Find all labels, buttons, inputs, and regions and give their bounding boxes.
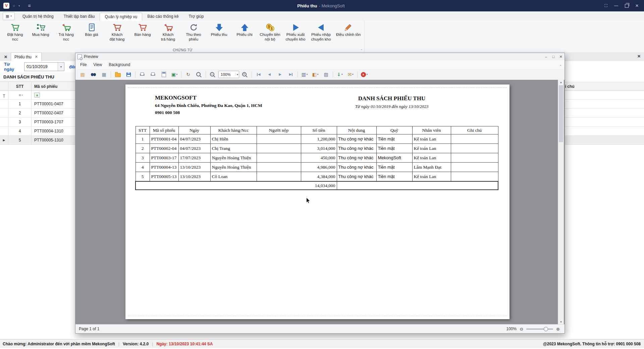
cart-icon <box>11 22 20 33</box>
next-page-icon[interactable]: ▶ <box>275 70 285 78</box>
preview-window: Preview – □ ✕ FileViewBackground⌄ ▤▦▣▾↻−… <box>75 53 565 334</box>
preview-menu-background[interactable]: Background <box>105 61 133 68</box>
app-logo-icon[interactable]: V <box>3 3 9 9</box>
app-menu-button[interactable]: ▦▾ <box>3 12 15 20</box>
status-separator: | <box>152 342 153 346</box>
tabstrip-close-icon[interactable]: ✕ <box>637 54 641 59</box>
watermark-icon[interactable]: ▨ <box>321 70 331 78</box>
scale-icon[interactable]: ▣▾ <box>169 70 179 78</box>
status-separator: | <box>118 342 119 346</box>
preview-menu-file[interactable]: File <box>77 61 90 68</box>
zoom-in-icon[interactable]: + <box>240 70 250 78</box>
ribbon-button-label: Trả hàng ncc <box>58 33 74 42</box>
ribbon-tab-5[interactable]: Trợ giúp <box>184 12 209 21</box>
thu-theo-phieu-button[interactable]: Thu theo phiếu <box>181 21 206 48</box>
scroll-down-icon[interactable]: ▼ <box>558 321 564 324</box>
calendar-dropdown-icon[interactable]: ▾ <box>58 63 64 71</box>
open-icon[interactable] <box>113 70 123 78</box>
chuyen-tien-noi-bo-button[interactable]: Chuyển tiền nội bộ <box>258 21 282 48</box>
quick-access-caret-icon[interactable]: ▾ <box>18 4 20 7</box>
filter-operator[interactable]: = <box>19 93 21 98</box>
from-date-input[interactable]: 01/10/2019 ▾ <box>24 62 64 71</box>
dat-hang-ncc-button[interactable]: Đặt hàng ncc <box>3 21 28 48</box>
ribbon-tab-1[interactable]: Quản trị hệ thống <box>17 12 59 21</box>
prev-page-icon[interactable]: ◀ <box>264 70 274 78</box>
ribbon-tab-3[interactable]: Quản lý nghiệp vụ <box>100 13 142 21</box>
quick-access-icon[interactable]: ○ <box>13 4 15 8</box>
phieu-thu-button[interactable]: Phiếu thu <box>207 21 231 48</box>
ribbon-button-label: Điều chỉnh tồn <box>336 33 361 37</box>
close-icon[interactable]: ✕ <box>635 4 639 8</box>
fullscreen-icon[interactable]: ⛶ <box>605 4 607 8</box>
report-col-header: Ngày <box>178 126 210 134</box>
titlebar: V ○ ▾ ≡ Phiếu thu- MekongSoft ⛶ — ✕ <box>0 0 644 11</box>
zoom-out-button[interactable]: ⊖ <box>520 327 523 331</box>
restore-icon[interactable] <box>625 4 629 8</box>
phieu-chi-button[interactable]: Phiếu chi <box>232 21 257 48</box>
scroll-up-icon[interactable]: ▲ <box>558 81 564 84</box>
preview-menu-view[interactable]: View <box>90 61 105 68</box>
zoom-out-icon[interactable]: − <box>208 70 218 78</box>
filter-funnel-icon <box>3 94 5 96</box>
ribbon-button-label: Khách đặt hàng <box>110 33 125 42</box>
page-indicator: Page 1 of 1 <box>75 327 99 331</box>
preview-maximize-icon[interactable]: □ <box>550 55 557 59</box>
scrollbar-thumb[interactable] <box>559 85 563 142</box>
zoom-in-button[interactable]: ⊕ <box>556 327 560 331</box>
hand-tool-icon[interactable]: ↻ <box>183 70 193 78</box>
page-setup-icon[interactable] <box>159 70 169 78</box>
tab-close-icon[interactable]: ✕ <box>35 55 38 59</box>
first-page-icon[interactable]: ◀ <box>254 70 264 78</box>
minimize-icon[interactable]: — <box>614 4 618 8</box>
zoom-combo[interactable]: 100%▾ <box>218 71 239 78</box>
row-indicator <box>0 109 8 117</box>
grid-col-stt[interactable]: STT <box>8 82 32 91</box>
menubar-chevron-icon[interactable]: ⌄ <box>559 63 562 66</box>
bao-gia-button[interactable]: Báo giá <box>79 21 104 48</box>
khach-tra-hang-button[interactable]: Khách trả hàng <box>156 21 180 48</box>
cart-icon <box>138 22 147 33</box>
ribbon-collapse-icon[interactable]: ⌄ <box>360 47 363 51</box>
dieu-chinh-ton-button[interactable]: Điều chỉnh tồn <box>334 21 363 48</box>
quick-print-icon[interactable] <box>148 70 158 78</box>
ribbon-tab-2[interactable]: Thiết lập ban đầu <box>59 12 100 21</box>
report-col-header: Khách hàng/Ncc <box>210 126 257 134</box>
toolbar-separator <box>252 71 252 77</box>
print-icon[interactable] <box>137 70 147 78</box>
search-icon[interactable] <box>88 70 98 78</box>
preview-close-icon[interactable]: ✕ <box>557 55 565 59</box>
preview-scrollbar[interactable]: ▲ ▼ <box>558 80 564 325</box>
khach-dat-hang-button[interactable]: Khách đặt hàng <box>105 21 129 48</box>
table-icon[interactable]: ▦ <box>99 70 109 78</box>
zoom-slider-thumb[interactable] <box>544 327 548 331</box>
report-title: DANH SÁCH PHIẾU THU <box>321 95 462 102</box>
tra-hang-ncc-button[interactable]: Trả hàng ncc <box>54 21 78 48</box>
mua-hang-button[interactable]: Mua hàng <box>28 21 53 48</box>
close-preview-icon[interactable]: ▾ <box>359 70 369 78</box>
report-row: 4PTT00004-1313/10/2023Nguyễn Hoàng Thiện… <box>136 163 498 172</box>
phieu-xuat-chuyen-kho-button[interactable]: Phiếu xuất chuyển kho <box>283 21 308 48</box>
tab-phieu-thu[interactable]: Phiếu thu ✕ <box>11 52 42 61</box>
preview-minimize-icon[interactable]: – <box>542 55 550 59</box>
phieu-nhap-chuyen-kho-button[interactable]: Phiếu nhập chuyển kho <box>309 21 333 48</box>
zoom-slider[interactable] <box>526 329 553 330</box>
magnifier-icon[interactable] <box>194 70 204 78</box>
close-all-tabs-icon[interactable]: ✕ <box>4 55 7 59</box>
triangle-left-icon <box>317 22 326 33</box>
page-color-icon[interactable]: ◧▾ <box>310 70 320 78</box>
ban-hang-button[interactable]: Bán hàng <box>130 21 155 48</box>
toolbar-separator <box>357 71 358 77</box>
mouse-cursor <box>306 197 311 204</box>
export-icon[interactable]: ⇓▾ <box>335 70 345 78</box>
thumbnails-icon[interactable]: ▤ <box>77 70 88 78</box>
report-phone: 0901 000 508 <box>155 110 262 115</box>
save-icon[interactable] <box>123 70 133 78</box>
grid-indicator-header <box>0 82 8 91</box>
ribbon-tab-4[interactable]: Báo cáo thống kê <box>142 12 183 21</box>
row-stt: 1 <box>8 100 32 108</box>
email-icon[interactable]: ✉▾ <box>345 70 356 78</box>
last-page-icon[interactable]: ▶ <box>286 70 296 78</box>
menu-hamburger-icon[interactable]: ≡ <box>28 3 31 8</box>
preview-titlebar[interactable]: Preview – □ ✕ <box>75 53 565 61</box>
multi-page-icon[interactable]: ▥▾ <box>300 70 310 78</box>
